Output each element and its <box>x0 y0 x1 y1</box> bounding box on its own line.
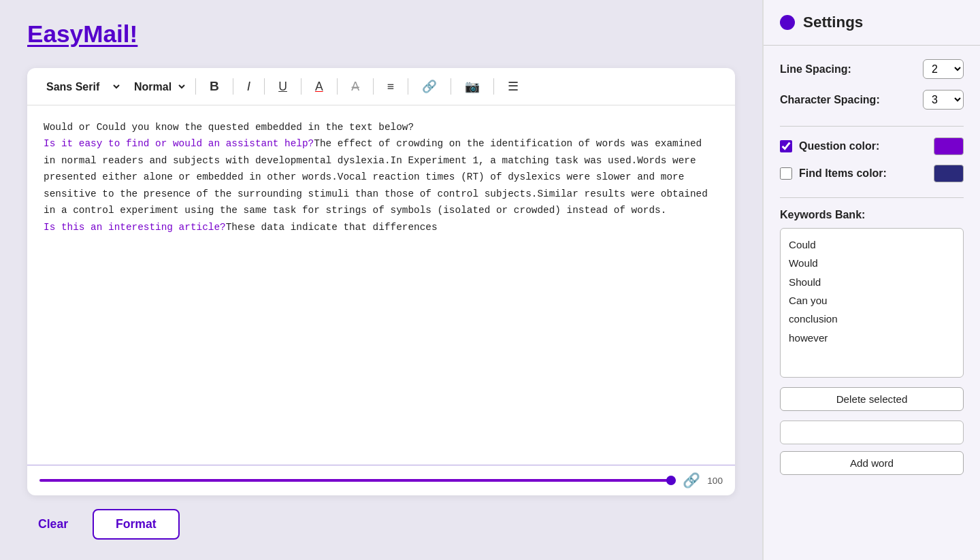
delete-selected-button[interactable]: Delete selected <box>780 387 964 411</box>
keyword-item-1[interactable]: Could <box>789 235 955 254</box>
settings-header: Settings <box>764 0 980 46</box>
question-text-1: Is it easy to find or would an assistant… <box>44 138 314 149</box>
left-panel: EasyMail! Sans Serif Serif Monospace Nor… <box>0 0 762 560</box>
font-size-wrapper[interactable]: Normal Small Large H1 H2 <box>127 78 187 96</box>
toolbar: Sans Serif Serif Monospace Normal Small … <box>27 68 735 105</box>
editor-container: Sans Serif Serif Monospace Normal Small … <box>27 68 735 495</box>
keyword-item-4[interactable]: Can you <box>789 291 955 310</box>
link-button[interactable]: 🔗 <box>416 77 442 97</box>
align-button[interactable]: ≡ <box>382 77 399 97</box>
toolbar-divider-3 <box>264 78 265 95</box>
question-color-row: Question color: <box>780 137 964 155</box>
font-size-select[interactable]: Normal Small Large H1 H2 <box>127 78 187 96</box>
bottom-actions: Clear Format <box>27 509 735 540</box>
keyword-item-5[interactable]: conclusion <box>789 310 955 328</box>
highlight-button[interactable]: A̶ <box>346 77 365 97</box>
editor-body-text-1: The effect of crowding on the identifica… <box>44 138 708 216</box>
toolbar-divider-6 <box>373 78 374 95</box>
toolbar-divider-5 <box>337 78 338 95</box>
line-spacing-label: Line Spacing: <box>780 63 851 76</box>
keyword-item-2[interactable]: Would <box>789 254 955 272</box>
editor-body-text-2: These data indicate that differences <box>226 222 438 233</box>
add-word-input[interactable] <box>780 421 964 444</box>
line-spacing-select[interactable]: 1 2 3 <box>923 59 964 79</box>
char-spacing-row: Character Spacing: 1 2 3 4 <box>780 90 964 110</box>
editor-question2: Is this an interesting article?These dat… <box>44 219 719 235</box>
editor-footer: 🔗 100 <box>27 465 735 495</box>
toolbar-divider-1 <box>195 78 196 95</box>
toolbar-divider-9 <box>493 78 494 95</box>
italic-button[interactable]: I <box>242 76 256 97</box>
font-color-button[interactable]: A <box>310 77 329 97</box>
keyword-item-3[interactable]: Should <box>789 273 955 291</box>
font-family-select[interactable]: Sans Serif Serif Monospace <box>39 78 122 96</box>
progress-bar[interactable] <box>39 479 676 482</box>
settings-divider-1 <box>780 126 964 127</box>
toolbar-divider-4 <box>301 78 301 95</box>
question-color-swatch[interactable] <box>934 137 964 155</box>
question-color-label: Question color: <box>799 140 927 152</box>
progress-dot <box>666 476 676 485</box>
editor-line1: Would or Could you know the quested embe… <box>44 119 719 135</box>
list-button[interactable]: ☰ <box>502 77 524 97</box>
find-items-color-label: Find Items color: <box>799 167 927 180</box>
add-word-button[interactable]: Add word <box>780 451 964 475</box>
find-items-color-swatch[interactable] <box>934 165 964 182</box>
bold-button[interactable]: B <box>204 76 225 97</box>
underline-button[interactable]: U <box>273 77 293 97</box>
toolbar-divider-7 <box>408 78 408 95</box>
keywords-bank[interactable]: Could Would Should Can you conclusion ho… <box>780 228 964 378</box>
toolbar-divider-8 <box>451 78 451 95</box>
settings-title: Settings <box>803 14 863 31</box>
editor-question1: Is it easy to find or would an assistant… <box>44 135 719 218</box>
find-items-color-checkbox[interactable] <box>780 167 792 180</box>
settings-body: Line Spacing: 1 2 3 Character Spacing: 1… <box>764 46 980 560</box>
keyword-item-6[interactable]: however <box>789 329 955 347</box>
right-panel: Settings Line Spacing: 1 2 3 Character S… <box>762 0 980 560</box>
editor-body[interactable]: Would or Could you know the quested embe… <box>27 105 735 465</box>
char-spacing-select[interactable]: 1 2 3 4 <box>923 90 964 110</box>
font-family-wrapper[interactable]: Sans Serif Serif Monospace <box>39 78 122 96</box>
clear-button[interactable]: Clear <box>27 512 79 537</box>
settings-divider-2 <box>780 197 964 198</box>
find-items-color-row: Find Items color: <box>780 165 964 182</box>
char-spacing-label: Character Spacing: <box>780 94 880 106</box>
keywords-bank-label: Keywords Bank: <box>780 209 964 221</box>
settings-dot-icon <box>780 15 795 30</box>
question-color-checkbox[interactable] <box>780 140 792 152</box>
toolbar-divider-2 <box>233 78 233 95</box>
app-title: EasyMail! <box>27 20 735 48</box>
image-button[interactable]: 📷 <box>459 77 485 97</box>
link-icon: 🔗 <box>683 472 700 489</box>
question-text-2: Is this an interesting article? <box>44 222 226 233</box>
line-spacing-row: Line Spacing: 1 2 3 <box>780 59 964 79</box>
format-button[interactable]: Format <box>93 509 180 540</box>
word-count: 100 <box>707 476 723 486</box>
progress-fill <box>39 479 676 482</box>
